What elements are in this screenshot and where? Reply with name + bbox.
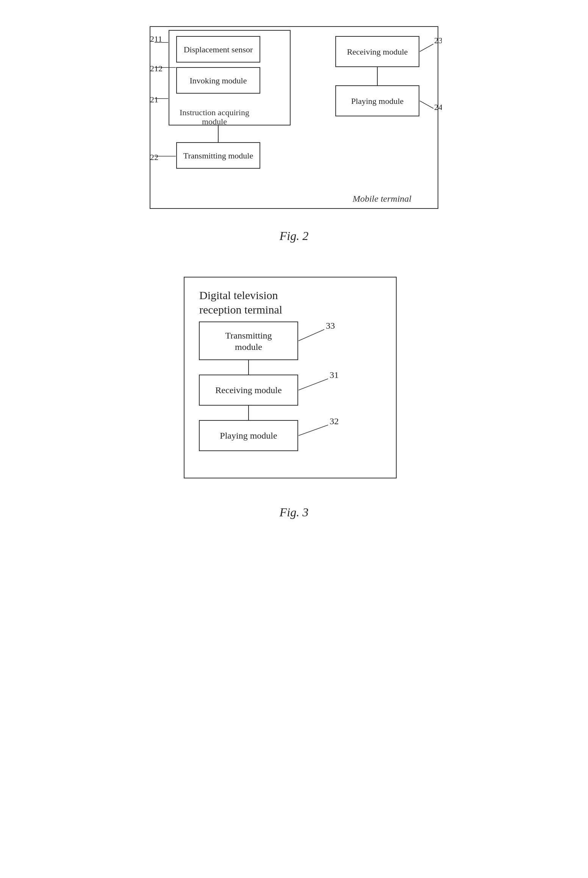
svg-text:24: 24 xyxy=(434,102,442,112)
svg-line-45 xyxy=(299,425,328,436)
svg-text:Playing module: Playing module xyxy=(220,431,277,441)
svg-text:Receiving module: Receiving module xyxy=(347,47,408,56)
fig3-caption: Fig. 3 xyxy=(280,505,308,519)
svg-text:reception terminal: reception terminal xyxy=(199,303,282,316)
fig2-caption: Fig. 2 xyxy=(280,229,308,243)
svg-text:module: module xyxy=(235,342,262,352)
svg-text:23: 23 xyxy=(434,36,442,45)
svg-text:32: 32 xyxy=(330,416,339,426)
svg-text:Receiving module: Receiving module xyxy=(215,385,281,395)
svg-text:212: 212 xyxy=(150,64,163,73)
page-content: Displacement sensor Invoking module Inst… xyxy=(124,23,464,519)
svg-line-43 xyxy=(299,379,328,390)
svg-text:module: module xyxy=(202,117,227,126)
svg-text:Transmitting: Transmitting xyxy=(225,331,272,340)
svg-text:22: 22 xyxy=(150,152,158,162)
svg-text:211: 211 xyxy=(150,34,162,44)
fig3-section: Digital television reception terminal Tr… xyxy=(124,273,464,519)
svg-text:Invoking module: Invoking module xyxy=(190,76,247,85)
svg-line-41 xyxy=(299,329,324,341)
svg-text:33: 33 xyxy=(326,321,335,331)
svg-line-25 xyxy=(420,44,433,52)
svg-text:Mobile terminal: Mobile terminal xyxy=(352,194,412,204)
svg-text:Transmitting module: Transmitting module xyxy=(183,151,253,160)
svg-text:31: 31 xyxy=(330,370,339,380)
svg-text:Playing module: Playing module xyxy=(351,96,404,106)
fig2-section: Displacement sensor Invoking module Inst… xyxy=(124,23,464,243)
svg-text:Instruction acquiring: Instruction acquiring xyxy=(180,108,249,117)
svg-rect-32 xyxy=(199,322,298,360)
svg-text:Displacement sensor: Displacement sensor xyxy=(184,45,253,54)
svg-line-27 xyxy=(420,101,433,108)
svg-text:21: 21 xyxy=(150,95,158,104)
svg-text:Digital television: Digital television xyxy=(199,289,278,301)
fig3-diagram: Digital television reception terminal Tr… xyxy=(180,273,408,493)
fig2-diagram: Displacement sensor Invoking module Inst… xyxy=(146,23,442,220)
